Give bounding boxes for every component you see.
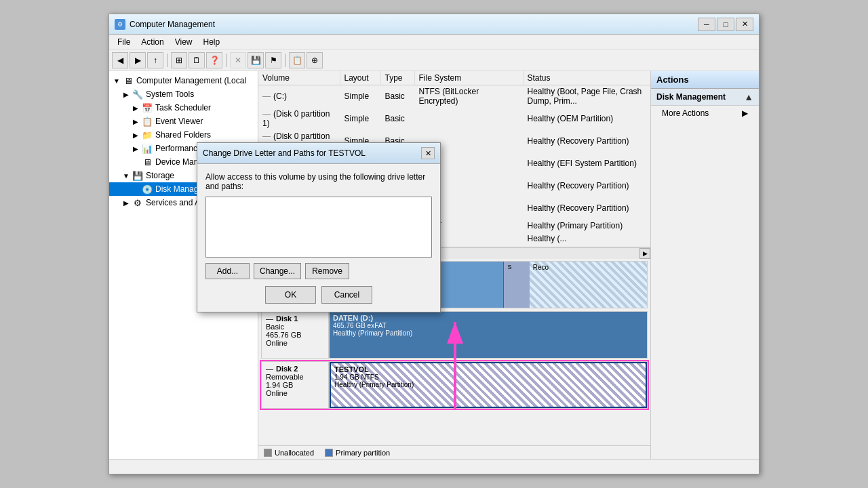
cell-status: Healthy (Primary Partition) xyxy=(523,220,650,232)
cell-volume: —(Disk 0 partition 1) xyxy=(258,108,340,130)
dialog-title-bar: Change Drive Letter and Paths for TESTVO… xyxy=(197,143,440,164)
mmc-button[interactable]: 📋 xyxy=(289,52,305,68)
cell-status: Healthy (OEM Partition) xyxy=(523,108,650,130)
disk-2-status: Online xyxy=(266,389,324,397)
filter-button[interactable]: ⚑ xyxy=(265,52,281,68)
menu-help[interactable]: Help xyxy=(198,36,226,48)
cell-fs xyxy=(414,108,523,130)
legend-unallocated-label: Unallocated xyxy=(275,449,314,457)
toolbar: ◀ ▶ ↑ ⊞ 🗒 ❓ ✕ 💾 ⚑ 📋 ⊕ xyxy=(109,49,759,71)
actions-header: Actions xyxy=(651,71,759,89)
menu-action[interactable]: Action xyxy=(136,36,169,48)
more-actions-label: More Actions xyxy=(662,108,709,118)
sidebar-item-event-viewer[interactable]: ▶ 📋 Event Viewer xyxy=(109,115,258,128)
back-button[interactable]: ◀ xyxy=(112,52,128,68)
title-bar: ⚙ Computer Management ─ □ ✕ xyxy=(109,14,759,35)
actions-panel: Actions Disk Management ▲ More Actions ▶ xyxy=(650,71,759,459)
disk-1-label: —Disk 1 Basic 465.76 GB Online xyxy=(261,311,329,359)
expand-icon-storage: ▼ xyxy=(121,171,131,180)
cell-status: Healthy (Boot, Page File, Crash Dump, Pr… xyxy=(523,85,650,108)
cancel-button[interactable]: Cancel xyxy=(321,286,372,304)
event-icon: 📋 xyxy=(142,116,153,127)
cell-volume: —(C:) xyxy=(258,85,340,108)
col-layout: Layout xyxy=(340,71,380,85)
cell-fs: NTFS (BitLocker Encrypted) xyxy=(414,85,523,108)
close-button[interactable]: ✕ xyxy=(736,18,753,31)
add-button[interactable]: Add... xyxy=(205,263,250,279)
show-hide-button[interactable]: ⊞ xyxy=(171,52,187,68)
actions-sub-header: Disk Management ▲ xyxy=(651,89,759,106)
more-actions-item[interactable]: More Actions ▶ xyxy=(651,106,759,121)
remove-button[interactable]: Remove xyxy=(305,263,349,279)
sidebar-item-task-scheduler[interactable]: ▶ 📅 Task Scheduler xyxy=(109,101,258,115)
maximize-button[interactable]: □ xyxy=(717,18,734,31)
disk-0-p1-partition[interactable]: S xyxy=(504,262,529,308)
col-volume: Volume xyxy=(258,71,340,85)
legend-unallocated: Unallocated xyxy=(264,449,314,457)
performance-icon: 📊 xyxy=(142,143,153,154)
cell-layout: Simple xyxy=(340,108,380,130)
disk-1-name: —Disk 1 xyxy=(266,314,324,323)
cell-status: Healthy (EFI System Partition) xyxy=(523,152,650,175)
menu-view[interactable]: View xyxy=(170,36,198,48)
dialog-action-buttons: Add... Change... Remove xyxy=(205,263,432,279)
cell-status: Healthy (Recovery Partition) xyxy=(523,175,650,197)
disk-1-status: Online xyxy=(266,339,324,347)
sidebar-item-computer-management[interactable]: ▼ 🖥 Computer Management (Local xyxy=(109,74,258,87)
change-button[interactable]: Change... xyxy=(254,263,301,279)
computer-icon: 🖥 xyxy=(123,75,134,86)
legend-primary-color xyxy=(325,449,333,457)
sidebar-item-system-tools[interactable]: ▶ 🔧 System Tools xyxy=(109,87,258,101)
actions-collapse-icon[interactable]: ▲ xyxy=(744,92,753,102)
expand-icon-system: ▶ xyxy=(121,89,131,99)
dialog-close-button[interactable]: ✕ xyxy=(421,147,435,159)
more-actions-arrow: ▶ xyxy=(742,108,748,118)
menu-bar: File Action View Help xyxy=(109,35,759,49)
scroll-right-button[interactable]: ▶ xyxy=(639,248,650,259)
col-status: Status xyxy=(523,71,650,85)
change-drive-letter-dialog: Change Drive Letter and Paths for TESTVO… xyxy=(197,142,441,312)
disk-2-testvol-partition[interactable]: TESTVOL 1.94 GB NTFS Healthy (Primary Pa… xyxy=(330,362,647,408)
legend-primary-label: Primary partition xyxy=(336,449,390,457)
expand-icon-services: ▶ xyxy=(121,198,131,207)
calendar-icon: 📅 xyxy=(142,102,153,113)
legend-primary: Primary partition xyxy=(325,449,390,457)
export-button[interactable]: 💾 xyxy=(248,52,264,68)
col-type: Type xyxy=(380,71,414,85)
services-icon: ⚙ xyxy=(132,197,143,208)
drive-letter-listbox[interactable] xyxy=(205,197,432,258)
expand-icon-tasks: ▶ xyxy=(131,103,140,113)
disk-1-daten-partition[interactable]: DATEN (D:) 465.76 GB exFAT Healthy (Prim… xyxy=(330,312,647,358)
disk-2-partitions: TESTVOL 1.94 GB NTFS Healthy (Primary Pa… xyxy=(329,361,648,409)
disk-2-size: 1.94 GB xyxy=(266,381,324,389)
ok-button[interactable]: OK xyxy=(265,286,316,304)
expand-icon-devices xyxy=(131,157,140,167)
disk-1-type: Basic xyxy=(266,323,324,331)
menu-file[interactable]: File xyxy=(112,36,136,48)
legend-unallocated-color xyxy=(264,449,272,457)
expand-icon-perf: ▶ xyxy=(131,144,140,153)
up-button[interactable]: ↑ xyxy=(147,52,163,68)
cell-status: Healthy (Recovery Partition) xyxy=(523,197,650,220)
sidebar-item-shared-folders[interactable]: ▶ 📁 Shared Folders xyxy=(109,128,258,142)
toolbar-separator-1 xyxy=(167,54,167,67)
dialog-description: Allow access to this volume by using the… xyxy=(205,172,432,191)
minimize-button[interactable]: ─ xyxy=(698,18,715,31)
connect-button[interactable]: ⊕ xyxy=(307,52,323,68)
folder-icon: 📁 xyxy=(142,129,153,140)
disk-0-reco-partition[interactable]: Reco xyxy=(530,262,647,308)
window-controls: ─ □ ✕ xyxy=(698,18,753,31)
status-bar xyxy=(109,459,759,474)
disk-2-row: —Disk 2 Removable 1.94 GB Online TESTVOL… xyxy=(261,361,648,409)
cell-type: Basic xyxy=(380,108,414,130)
dialog-ok-cancel-row: OK Cancel xyxy=(205,286,432,304)
legend-bar: Unallocated Primary partition xyxy=(258,445,650,459)
help-toolbar-button[interactable]: ❓ xyxy=(206,52,222,68)
expand-icon: ▼ xyxy=(112,76,121,85)
properties-button[interactable]: 🗒 xyxy=(189,52,205,68)
cell-status: Healthy (Recovery Partition) xyxy=(523,130,650,152)
delete-button[interactable]: ✕ xyxy=(230,52,246,68)
table-row[interactable]: —(C:) Simple Basic NTFS (BitLocker Encry… xyxy=(258,85,650,108)
table-row[interactable]: —(Disk 0 partition 1) Simple Basic Healt… xyxy=(258,108,650,130)
forward-button[interactable]: ▶ xyxy=(130,52,146,68)
